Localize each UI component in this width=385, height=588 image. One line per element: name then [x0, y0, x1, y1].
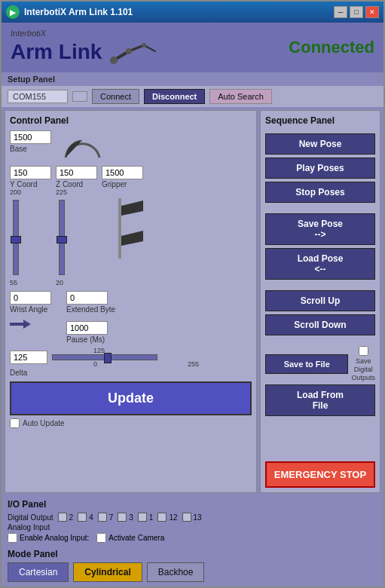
control-panel-title: Control Panel [10, 115, 252, 126]
do-label-1: 1 [149, 513, 154, 522]
setup-panel-title: Setup Panel [2, 72, 383, 86]
save-digital-label: Save Digital Outputs [351, 357, 375, 381]
title-bar-left: ▶ InterbotiX Arm Link 1.101 [6, 5, 133, 19]
com-port-input[interactable] [8, 90, 68, 103]
delta-slider-track[interactable] [52, 354, 157, 360]
new-pose-button[interactable]: New Pose [265, 133, 375, 155]
pause-input[interactable] [66, 321, 108, 335]
wrist-label: Wrist Angle [10, 305, 51, 314]
digital-output-7: 7 [98, 513, 114, 522]
z-slider-thumb[interactable] [57, 236, 67, 243]
close-button[interactable]: ✕ [365, 6, 379, 18]
svg-marker-8 [121, 231, 143, 246]
gripper-label: Gripper [102, 180, 127, 188]
svg-marker-9 [10, 320, 31, 329]
do-checkbox-12[interactable] [157, 513, 167, 522]
setup-row: Connect Disconnect Auto Search [2, 86, 383, 107]
digital-output-13: 13 [182, 513, 202, 522]
wrist-ext-row: Wrist Angle Extended Byte Pause (Ms) [10, 291, 252, 344]
scroll-up-button[interactable]: Scroll Up [265, 290, 375, 311]
mode-cylindrical-button[interactable]: Cylindrical [73, 562, 142, 582]
ext-byte-input[interactable] [66, 291, 108, 305]
disconnect-button[interactable]: Disconnect [144, 89, 205, 104]
sequence-panel-title: Sequence Panel [265, 115, 375, 126]
delta-min-label: 0 [93, 360, 97, 368]
autosearch-button[interactable]: Auto Search [209, 89, 272, 104]
connect-button[interactable]: Connect [92, 89, 139, 104]
gripper-visual-icon [102, 194, 147, 262]
digital-output-row: Digital Output 2 4 7 3 1 [8, 513, 377, 522]
brand-name: InterbotiX [11, 29, 159, 38]
z-slider-track[interactable] [59, 200, 65, 275]
wrist-input[interactable] [10, 291, 51, 305]
main-panels: Control Panel Base [2, 107, 383, 496]
delta-slider-thumb[interactable] [104, 353, 112, 363]
y-slider-track[interactable] [13, 200, 19, 275]
enable-analog-group: Enable Analog Input: [8, 533, 89, 543]
delta-input[interactable] [10, 351, 47, 364]
do-checkbox-1[interactable] [138, 513, 147, 522]
semicircle-icon [62, 129, 103, 159]
title-bar: ▶ InterbotiX Arm Link 1.101 ─ □ ✕ [2, 2, 383, 23]
z-coord-group: Z Coord 225 20 [56, 166, 97, 286]
save-digital-checkbox[interactable] [359, 346, 368, 356]
load-pose-button[interactable]: Load Pose <-- [265, 248, 375, 280]
base-input[interactable] [10, 130, 51, 144]
do-checkbox-4[interactable] [78, 513, 87, 522]
z-slider-container: 225 20 [56, 188, 67, 286]
mode-backhoe-button[interactable]: Backhoe [147, 562, 205, 582]
spacer1 [265, 206, 375, 210]
spacer3 [265, 338, 375, 343]
minimize-button[interactable]: ─ [334, 6, 347, 18]
save-digital-group: Save Digital Outputs [351, 346, 375, 381]
do-label-13: 13 [194, 513, 202, 522]
y-coord-input[interactable] [10, 166, 51, 179]
activate-camera-checkbox[interactable] [96, 533, 106, 543]
do-label-4: 4 [89, 513, 93, 522]
do-checkbox-2[interactable] [58, 513, 67, 522]
y-slider-thumb[interactable] [11, 236, 21, 243]
z-coord-label: Z Coord [56, 180, 83, 188]
y-min-label: 55 [10, 279, 17, 286]
do-checkbox-7[interactable] [98, 513, 107, 522]
sequence-panel: Sequence Panel New Pose Play Poses Stop … [260, 110, 380, 493]
save-pose-button[interactable]: Save Pose --> [265, 213, 375, 245]
save-load-file-row: Save to File Save Digital Outputs [265, 346, 375, 381]
gripper-input[interactable] [102, 166, 143, 179]
robot-arm-logo [106, 38, 159, 66]
load-from-file-button[interactable]: Load From File [265, 384, 375, 416]
com-slider [72, 91, 87, 102]
save-to-file-button[interactable]: Save to File [265, 354, 348, 374]
y-coord-label: Y Coord [10, 180, 38, 188]
mid-section: Y Coord 200 55 Z Coord 225 [10, 166, 252, 286]
connection-status: Connected [289, 38, 374, 57]
digital-output-3: 3 [118, 513, 133, 522]
maximize-button[interactable]: □ [350, 6, 363, 18]
mode-panel: Mode Panel Cartesian Cylindrical Backhoe [2, 546, 383, 586]
window-title: InterbotiX Arm Link 1.101 [24, 7, 133, 17]
emergency-stop-button[interactable]: EMERGENCY STOP [265, 461, 375, 488]
stop-poses-button[interactable]: Stop Poses [265, 182, 375, 203]
enable-analog-checkbox[interactable] [8, 533, 17, 543]
app-icon: ▶ [6, 5, 20, 19]
app-title-row: Arm Link [11, 38, 159, 66]
auto-update-row: Auto Update [10, 418, 252, 428]
activate-camera-label: Activate Camera [108, 534, 164, 542]
y-max-label: 200 [10, 188, 21, 196]
do-checkbox-13[interactable] [182, 513, 191, 522]
auto-update-checkbox[interactable] [10, 418, 20, 428]
spacer2 [265, 283, 375, 287]
play-poses-button[interactable]: Play Poses [265, 158, 375, 179]
delta-label: Delta [10, 369, 252, 377]
app-title: Arm Link [11, 41, 102, 63]
do-checkbox-3[interactable] [118, 513, 127, 522]
activate-camera-group: Activate Camera [96, 533, 164, 543]
mode-cartesian-button[interactable]: Cartesian [8, 562, 69, 582]
z-coord-input[interactable] [56, 166, 97, 179]
digital-output-4: 4 [78, 513, 93, 522]
update-button[interactable]: Update [10, 381, 252, 415]
window-controls: ─ □ ✕ [334, 6, 379, 18]
wrist-arrow-icon [10, 317, 32, 332]
scroll-down-button[interactable]: Scroll Down [265, 314, 375, 335]
digital-output-12: 12 [157, 513, 177, 522]
